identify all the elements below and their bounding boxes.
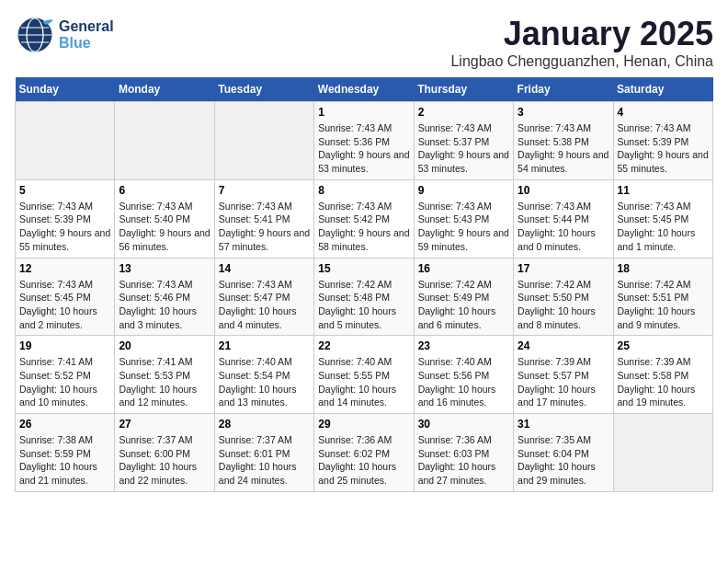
day-info: Sunrise: 7:43 AM Sunset: 5:47 PM Dayligh… — [219, 278, 310, 332]
header-wednesday: Wednesday — [314, 77, 414, 102]
day-info: Sunrise: 7:43 AM Sunset: 5:43 PM Dayligh… — [418, 200, 509, 254]
day-info: Sunrise: 7:37 AM Sunset: 6:01 PM Dayligh… — [219, 433, 310, 488]
day-info: Sunrise: 7:43 AM Sunset: 5:45 PM Dayligh… — [618, 200, 709, 254]
calendar-cell: 29 Sunrise: 7:36 AM Sunset: 6:02 PM Dayl… — [314, 414, 414, 492]
day-number: 15 — [318, 262, 409, 275]
calendar-week-row: 12 Sunrise: 7:43 AM Sunset: 5:45 PM Dayl… — [16, 258, 713, 336]
day-info: Sunrise: 7:41 AM Sunset: 5:52 PM Dayligh… — [19, 355, 110, 409]
calendar-cell: 11 Sunrise: 7:43 AM Sunset: 5:45 PM Dayl… — [613, 179, 712, 258]
day-number: 6 — [119, 184, 210, 197]
day-info: Sunrise: 7:42 AM Sunset: 5:49 PM Dayligh… — [418, 278, 509, 332]
header-sunday: Sunday — [16, 77, 115, 102]
day-number: 20 — [119, 339, 210, 352]
calendar-cell — [115, 102, 214, 180]
header-saturday: Saturday — [613, 77, 712, 102]
day-number: 3 — [518, 106, 609, 119]
day-info: Sunrise: 7:36 AM Sunset: 6:02 PM Dayligh… — [318, 433, 409, 488]
calendar-cell: 28 Sunrise: 7:37 AM Sunset: 6:01 PM Dayl… — [214, 414, 313, 492]
calendar-cell: 8 Sunrise: 7:43 AM Sunset: 5:42 PM Dayli… — [314, 179, 414, 258]
day-info: Sunrise: 7:39 AM Sunset: 5:58 PM Dayligh… — [618, 355, 709, 409]
day-number: 29 — [318, 418, 409, 431]
calendar-cell: 3 Sunrise: 7:43 AM Sunset: 5:38 PM Dayli… — [514, 102, 613, 180]
day-info: Sunrise: 7:37 AM Sunset: 6:00 PM Dayligh… — [119, 433, 210, 488]
day-number: 11 — [618, 184, 709, 197]
day-number: 13 — [119, 262, 210, 275]
day-info: Sunrise: 7:40 AM Sunset: 5:54 PM Dayligh… — [219, 355, 310, 409]
logo-globe-icon — [15, 15, 55, 55]
header-tuesday: Tuesday — [214, 77, 313, 102]
logo-blue-text: Blue — [59, 35, 114, 52]
day-number: 2 — [418, 106, 509, 119]
day-info: Sunrise: 7:40 AM Sunset: 5:56 PM Dayligh… — [418, 355, 509, 409]
calendar-cell: 7 Sunrise: 7:43 AM Sunset: 5:41 PM Dayli… — [214, 179, 313, 258]
day-info: Sunrise: 7:42 AM Sunset: 5:48 PM Dayligh… — [318, 278, 409, 332]
calendar-cell: 9 Sunrise: 7:43 AM Sunset: 5:43 PM Dayli… — [414, 179, 513, 258]
day-number: 21 — [219, 339, 310, 352]
day-number: 22 — [318, 339, 409, 352]
calendar-cell: 24 Sunrise: 7:39 AM Sunset: 5:57 PM Dayl… — [514, 336, 613, 414]
day-info: Sunrise: 7:35 AM Sunset: 6:04 PM Dayligh… — [518, 433, 609, 488]
logo: General Blue — [15, 15, 114, 55]
calendar-cell: 26 Sunrise: 7:38 AM Sunset: 5:59 PM Dayl… — [16, 414, 115, 492]
day-info: Sunrise: 7:43 AM Sunset: 5:38 PM Dayligh… — [518, 121, 609, 176]
day-info: Sunrise: 7:43 AM Sunset: 5:45 PM Dayligh… — [19, 278, 110, 332]
day-number: 4 — [618, 106, 709, 119]
day-info: Sunrise: 7:38 AM Sunset: 5:59 PM Dayligh… — [19, 433, 110, 488]
calendar-cell: 5 Sunrise: 7:43 AM Sunset: 5:39 PM Dayli… — [16, 179, 115, 258]
day-number: 9 — [418, 184, 509, 197]
calendar-cell — [613, 414, 712, 492]
calendar-cell: 16 Sunrise: 7:42 AM Sunset: 5:49 PM Dayl… — [414, 258, 513, 336]
calendar-cell: 4 Sunrise: 7:43 AM Sunset: 5:39 PM Dayli… — [613, 102, 712, 180]
calendar-subtitle: Lingbao Chengguanzhen, Henan, China — [450, 53, 713, 70]
day-number: 24 — [518, 339, 609, 352]
calendar-week-row: 19 Sunrise: 7:41 AM Sunset: 5:52 PM Dayl… — [16, 336, 713, 414]
calendar-cell: 17 Sunrise: 7:42 AM Sunset: 5:50 PM Dayl… — [514, 258, 613, 336]
day-number: 5 — [19, 184, 110, 197]
day-number: 7 — [219, 184, 310, 197]
day-number: 14 — [219, 262, 310, 275]
day-number: 19 — [19, 339, 110, 352]
day-number: 26 — [19, 418, 110, 431]
day-number: 1 — [318, 106, 409, 119]
calendar-cell: 31 Sunrise: 7:35 AM Sunset: 6:04 PM Dayl… — [514, 414, 613, 492]
header-row: Sunday Monday Tuesday Wednesday Thursday… — [16, 77, 713, 102]
calendar-cell: 13 Sunrise: 7:43 AM Sunset: 5:46 PM Dayl… — [115, 258, 214, 336]
calendar-cell: 20 Sunrise: 7:41 AM Sunset: 5:53 PM Dayl… — [115, 336, 214, 414]
calendar-cell: 15 Sunrise: 7:42 AM Sunset: 5:48 PM Dayl… — [314, 258, 414, 336]
day-info: Sunrise: 7:43 AM Sunset: 5:36 PM Dayligh… — [318, 121, 409, 176]
title-block: January 2025 Lingbao Chengguanzhen, Hena… — [450, 15, 713, 70]
calendar-cell: 22 Sunrise: 7:40 AM Sunset: 5:55 PM Dayl… — [314, 336, 414, 414]
day-info: Sunrise: 7:42 AM Sunset: 5:51 PM Dayligh… — [618, 278, 709, 332]
day-info: Sunrise: 7:40 AM Sunset: 5:55 PM Dayligh… — [318, 355, 409, 409]
day-info: Sunrise: 7:43 AM Sunset: 5:37 PM Dayligh… — [418, 121, 509, 176]
calendar-cell: 27 Sunrise: 7:37 AM Sunset: 6:00 PM Dayl… — [115, 414, 214, 492]
day-info: Sunrise: 7:43 AM Sunset: 5:39 PM Dayligh… — [618, 121, 709, 176]
day-number: 8 — [318, 184, 409, 197]
day-info: Sunrise: 7:43 AM Sunset: 5:40 PM Dayligh… — [119, 200, 210, 254]
calendar-cell: 2 Sunrise: 7:43 AM Sunset: 5:37 PM Dayli… — [414, 102, 513, 180]
day-info: Sunrise: 7:43 AM Sunset: 5:42 PM Dayligh… — [318, 200, 409, 254]
calendar-week-row: 1 Sunrise: 7:43 AM Sunset: 5:36 PM Dayli… — [16, 102, 713, 180]
header-thursday: Thursday — [414, 77, 513, 102]
day-number: 16 — [418, 262, 509, 275]
header-monday: Monday — [115, 77, 214, 102]
day-info: Sunrise: 7:36 AM Sunset: 6:03 PM Dayligh… — [418, 433, 509, 488]
day-number: 25 — [618, 339, 709, 352]
day-info: Sunrise: 7:41 AM Sunset: 5:53 PM Dayligh… — [119, 355, 210, 409]
day-number: 23 — [418, 339, 509, 352]
day-info: Sunrise: 7:43 AM Sunset: 5:39 PM Dayligh… — [19, 200, 110, 254]
day-number: 18 — [618, 262, 709, 275]
day-number: 30 — [418, 418, 509, 431]
calendar-week-row: 26 Sunrise: 7:38 AM Sunset: 5:59 PM Dayl… — [16, 414, 713, 492]
day-number: 31 — [518, 418, 609, 431]
calendar-cell — [214, 102, 313, 180]
page-header: General Blue January 2025 Lingbao Chengg… — [15, 15, 713, 70]
calendar-cell: 6 Sunrise: 7:43 AM Sunset: 5:40 PM Dayli… — [115, 179, 214, 258]
calendar-cell: 12 Sunrise: 7:43 AM Sunset: 5:45 PM Dayl… — [16, 258, 115, 336]
day-info: Sunrise: 7:42 AM Sunset: 5:50 PM Dayligh… — [518, 278, 609, 332]
calendar-cell: 18 Sunrise: 7:42 AM Sunset: 5:51 PM Dayl… — [613, 258, 712, 336]
calendar-cell: 25 Sunrise: 7:39 AM Sunset: 5:58 PM Dayl… — [613, 336, 712, 414]
header-friday: Friday — [514, 77, 613, 102]
day-info: Sunrise: 7:39 AM Sunset: 5:57 PM Dayligh… — [518, 355, 609, 409]
calendar-cell: 23 Sunrise: 7:40 AM Sunset: 5:56 PM Dayl… — [414, 336, 513, 414]
